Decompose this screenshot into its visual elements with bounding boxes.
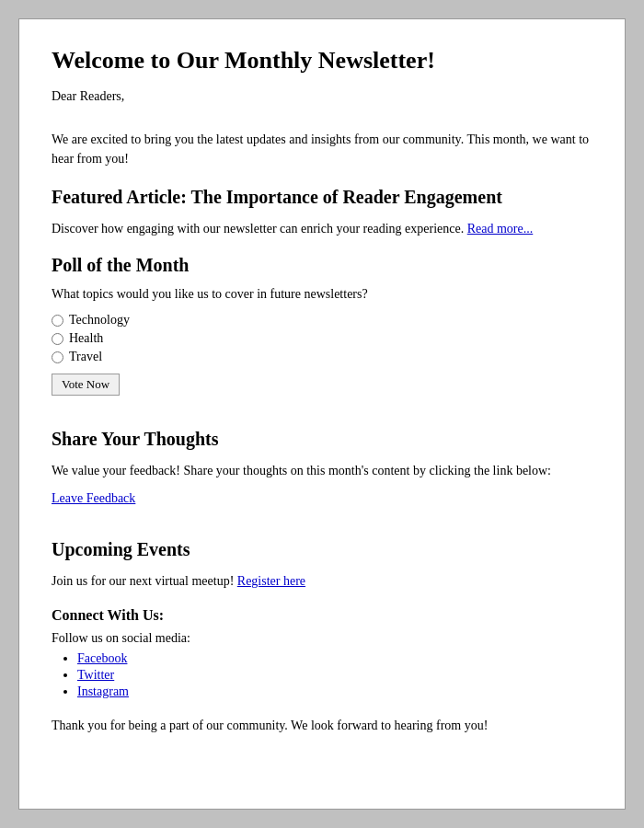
share-section: Share Your Thoughts We value your feedba… <box>52 429 592 524</box>
register-here-link[interactable]: Register here <box>237 574 305 588</box>
events-text-content: Join us for our next virtual meetup! <box>52 574 234 588</box>
share-title: Share Your Thoughts <box>52 429 592 450</box>
article-desc-text: Discover how engaging with our newslette… <box>52 222 464 236</box>
poll-option-health: Health <box>52 331 592 346</box>
poll-radio-technology[interactable] <box>52 315 63 327</box>
leave-feedback-link[interactable]: Leave Feedback <box>52 491 135 506</box>
poll-section: Poll of the Month What topics would you … <box>52 255 592 414</box>
social-link-facebook: Facebook <box>77 651 592 666</box>
poll-option-technology-label: Technology <box>69 313 130 328</box>
vote-now-button[interactable]: Vote Now <box>52 374 120 396</box>
poll-options-list: Technology Health Travel <box>52 313 592 364</box>
poll-radio-travel[interactable] <box>52 351 63 363</box>
events-text: Join us for our next virtual meetup! Reg… <box>52 571 592 591</box>
twitter-link[interactable]: Twitter <box>77 668 114 682</box>
poll-option-technology: Technology <box>52 313 592 328</box>
article-description: Discover how engaging with our newslette… <box>52 219 592 238</box>
social-link-instagram: Instagram <box>77 684 592 699</box>
poll-option-travel-label: Travel <box>69 350 102 364</box>
social-links-list: Facebook Twitter Instagram <box>52 651 592 699</box>
greeting: Dear Readers, <box>52 89 592 104</box>
connect-title: Connect With Us: <box>52 607 592 624</box>
read-more-link[interactable]: Read more... <box>467 222 534 236</box>
poll-option-health-label: Health <box>69 331 103 346</box>
events-section: Upcoming Events Join us for our next vir… <box>52 539 592 591</box>
intro-text: We are excited to bring you the latest u… <box>52 130 592 168</box>
poll-radio-health[interactable] <box>52 333 63 345</box>
events-title: Upcoming Events <box>52 539 592 560</box>
instagram-link[interactable]: Instagram <box>77 684 129 698</box>
poll-question: What topics would you like us to cover i… <box>52 287 592 302</box>
featured-article-title: Featured Article: The Importance of Read… <box>52 187 592 208</box>
newsletter-container: Welcome to Our Monthly Newsletter! Dear … <box>18 18 626 810</box>
share-text: We value your feedback! Share your thoug… <box>52 461 592 480</box>
featured-article-section: Featured Article: The Importance of Read… <box>52 187 592 238</box>
social-link-twitter: Twitter <box>77 668 592 683</box>
facebook-link[interactable]: Facebook <box>77 651 127 665</box>
connect-section: Connect With Us: Follow us on social med… <box>52 607 592 699</box>
social-intro: Follow us on social media: <box>52 631 592 646</box>
poll-option-travel: Travel <box>52 350 592 364</box>
poll-title: Poll of the Month <box>52 255 592 276</box>
closing-text: Thank you for being a part of our commun… <box>52 716 592 735</box>
main-title: Welcome to Our Monthly Newsletter! <box>52 47 592 75</box>
